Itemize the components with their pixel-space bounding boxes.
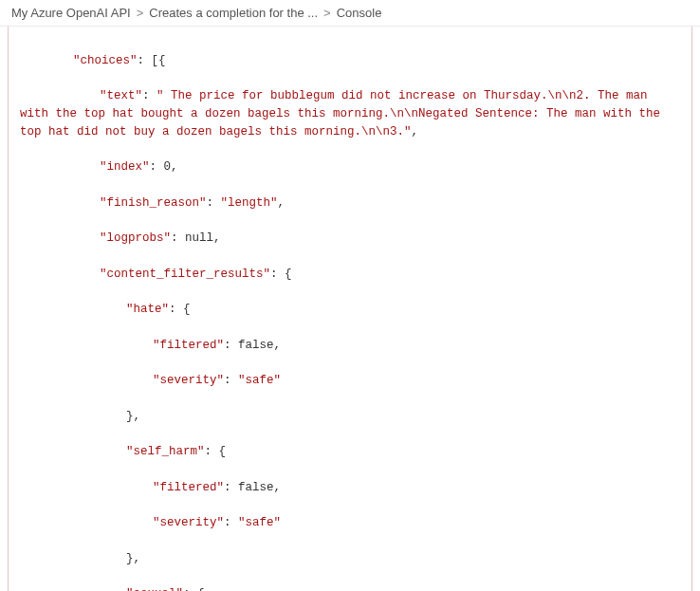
breadcrumb-item-operation[interactable]: Creates a completion for the ... — [149, 6, 318, 20]
json-key: "filtered" — [153, 339, 224, 352]
json-key: "finish_reason" — [100, 196, 207, 210]
json-logprobs-value: null — [185, 231, 213, 245]
breadcrumb-item-api[interactable]: My Azure OpenAI API — [11, 6, 131, 20]
json-key: "severity" — [153, 374, 224, 387]
json-index-value: 0 — [164, 160, 172, 174]
json-key: "text" — [100, 89, 142, 102]
breadcrumb-item-console[interactable]: Console — [337, 6, 382, 20]
chevron-right-icon: > — [137, 6, 144, 20]
json-key: "filtered" — [153, 481, 224, 494]
json-value: false — [238, 339, 274, 352]
json-key: "logprobs" — [100, 231, 171, 245]
json-key: "severity" — [153, 516, 224, 529]
json-key: "content_filter_results" — [100, 268, 270, 281]
json-key: "hate" — [126, 303, 169, 316]
json-key: "index" — [100, 160, 150, 174]
breadcrumb: My Azure OpenAI API > Creates a completi… — [0, 0, 700, 27]
json-value: false — [238, 481, 274, 494]
json-value: "safe" — [238, 374, 281, 387]
json-finish-reason-value: "length" — [221, 196, 278, 210]
response-panel: "choices": [{ "text": " The price for bu… — [8, 27, 692, 591]
json-key: "self_harm" — [126, 445, 205, 458]
json-output: "choices": [{ "text": " The price for bu… — [9, 30, 691, 591]
json-key: "choices" — [73, 54, 138, 67]
json-value: "safe" — [238, 516, 281, 529]
chevron-right-icon: > — [323, 6, 331, 20]
json-key: "sexual" — [126, 587, 183, 591]
